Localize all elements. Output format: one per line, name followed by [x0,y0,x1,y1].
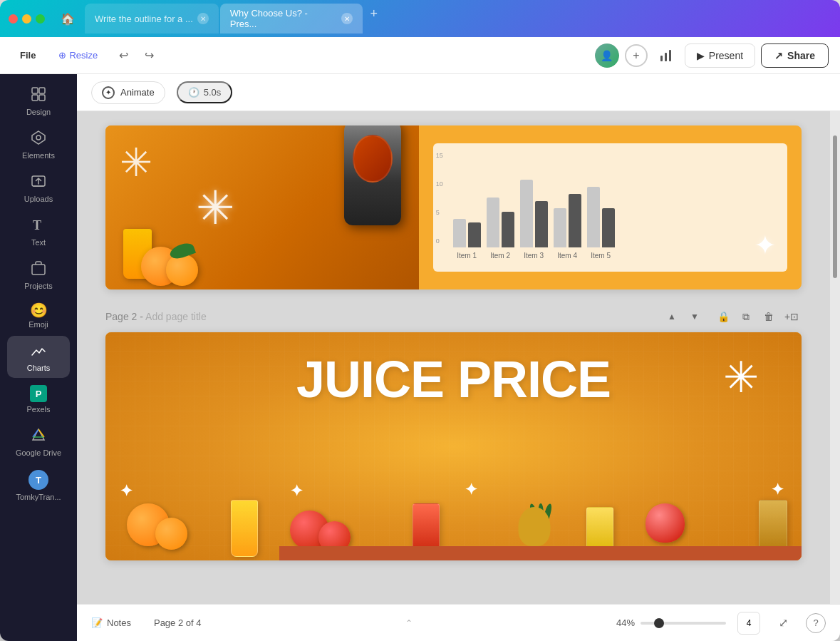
tab-why-choose[interactable]: Why Choose Us? - Pres... ✕ [220,4,363,34]
bar-1-light [453,219,466,247]
svg-rect-0 [660,56,663,61]
text-label: Text [31,238,46,247]
pineapple-juice-section: ✦ [454,475,628,560]
bar-group-2 [487,198,514,247]
sidebar-item-tomky[interactable]: T TomkyTran... [7,464,70,507]
tomky-icon: T [28,470,48,490]
editor-area: ✦ Animate 🕐 5.0s [77,74,840,641]
present-button[interactable]: ▶ Present [685,43,755,68]
duration-button[interactable]: 🕐 5.0s [177,81,233,103]
bottom-bar: 📝 Notes Page 2 of 4 ⌃ 44% 4 ⤢ ? [77,604,840,641]
sidebar-item-pexels[interactable]: P Pexels [7,379,70,419]
notes-label: Notes [107,617,131,628]
bar-group-4 [554,194,581,247]
design-icon [30,86,47,105]
help-button[interactable]: ? [806,613,826,633]
x-label-3: Item 3 [520,252,548,260]
expand-button[interactable]: ⤢ [772,612,794,635]
clock-icon: 🕐 [188,87,199,98]
x-label-4: Item 4 [554,252,581,260]
sidebar-item-uploads[interactable]: Uploads [7,167,70,209]
x-label-2: Item 2 [487,252,514,260]
slide-up-button[interactable]: ▲ [662,307,682,327]
slide-add-button[interactable]: +⊡ [782,307,802,327]
projects-label: Projects [24,282,53,290]
bar-4-dark [569,194,581,247]
bottom-center: ⌃ [212,618,605,628]
sidebar-item-emoji[interactable]: 😊 Emoji [7,297,70,334]
bar-5-light [587,187,600,247]
zoom-slider[interactable] [641,622,726,625]
notes-button[interactable]: 📝 Notes [91,617,131,628]
bar-4-light [554,208,566,247]
slide2-wrapper: JUICE PRICE ✳ ✦ [105,332,802,560]
vertical-scrollbar[interactable] [830,111,840,604]
slide2-sunburst: ✳ [723,352,759,402]
titlebar: 🏠 Write the outline for a ... ✕ Why Choo… [0,0,840,37]
x-label-1: Item 1 [453,252,481,260]
slide2-number: Page 2 [105,311,137,322]
slide-lock-button[interactable]: 🔒 [713,307,733,327]
present-icon: ▶ [697,50,705,61]
elements-label: Elements [22,151,55,160]
user-avatar[interactable]: 👤 [595,43,619,68]
sidebar-item-design[interactable]: Design [7,80,70,122]
minimize-traffic-light[interactable] [22,14,31,24]
pexels-icon: P [30,385,47,402]
sidebar-item-google-drive[interactable]: Google Drive [7,421,70,463]
emoji-icon: 😊 [30,303,48,317]
sidebar-item-elements[interactable]: Elements [7,123,70,165]
file-menu-button[interactable]: File [11,46,44,65]
add-tab-button[interactable]: + [364,4,384,24]
tab-write-outline-close[interactable]: ✕ [197,13,209,24]
sidebar-item-text[interactable]: T Text [7,210,70,252]
uploads-icon [30,173,47,192]
stats-button[interactable] [653,43,679,68]
home-button[interactable]: 🏠 [56,7,79,30]
sidebar-item-charts[interactable]: Charts [7,336,70,378]
undo-button[interactable]: ↩ [112,44,135,67]
chart-bars-group [453,155,779,247]
toolbar-left: File ⊕ Resize ↩ ↪ [11,44,586,67]
bar-1-dark [468,222,481,247]
scroll-thumb[interactable] [833,135,837,278]
scroll-indicator: ⌃ [405,618,413,628]
slide2[interactable]: JUICE PRICE ✳ ✦ [105,332,802,560]
sidebar-item-projects[interactable]: Projects [7,254,70,296]
close-traffic-light[interactable] [9,14,18,24]
text-icon: T [30,216,47,235]
maximize-traffic-light[interactable] [36,14,45,24]
slide2-add-title[interactable]: Add page title [145,311,207,322]
uploads-label: Uploads [24,195,53,203]
y-label-5: 5 [436,209,443,216]
tab-list: Write the outline for a ... ✕ Why Choose… [85,4,831,34]
main-area: Design Elements Uploads T Text [0,74,840,641]
zoom-value: 44% [616,617,635,628]
canvas-content[interactable]: ✳ ✳ 15 [77,111,830,604]
slide-duplicate-button[interactable]: ⧉ [736,307,756,327]
resize-button[interactable]: ⊕ Resize [50,46,106,65]
page-info: Page 2 of 4 [154,617,202,628]
slide1[interactable]: ✳ ✳ 15 [105,125,802,289]
chart-y-axis: 15 10 5 0 [436,152,443,245]
tab-write-outline[interactable]: Write the outline for a ... ✕ [85,4,219,34]
share-icon: ↗ [774,50,783,61]
tab-why-choose-close[interactable]: ✕ [341,13,353,24]
svg-rect-10 [32,265,45,275]
design-label: Design [26,108,51,116]
animate-icon: ✦ [102,86,115,99]
animate-button[interactable]: ✦ Animate [91,81,165,104]
slide-delete-button[interactable]: 🗑 [759,307,779,327]
pexels-label: Pexels [26,405,50,414]
grid-view-button[interactable]: 4 [737,612,760,635]
canvas-scroll-area: ✳ ✳ 15 [77,111,840,604]
svg-point-7 [36,135,41,140]
projects-icon [30,260,47,279]
add-collaborator-button[interactable]: + [625,44,648,67]
redo-button[interactable]: ↪ [138,44,160,67]
bar-group-3 [520,180,548,247]
share-button[interactable]: ↗ Share [761,43,829,68]
main-toolbar: File ⊕ Resize ↩ ↪ 👤 + [0,37,840,74]
slide-down-button[interactable]: ▼ [685,307,705,327]
toolbar-right: 👤 + ▶ Present ↗ Share [595,43,829,68]
